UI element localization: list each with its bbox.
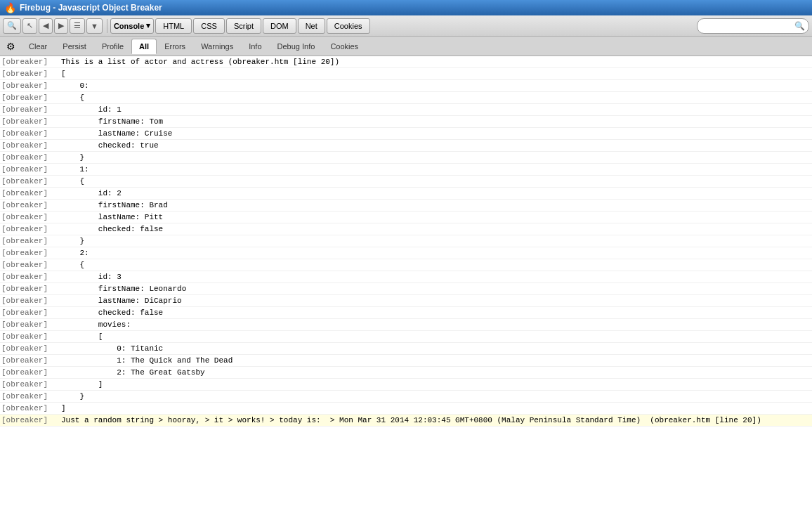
console-value: lastName: DiCaprio	[61, 295, 182, 306]
inspector-icon-btn[interactable]: 🔍	[3, 18, 21, 34]
console-row: [obreaker] id: 2	[0, 188, 812, 200]
tab-net[interactable]: Net	[298, 18, 325, 34]
firebug-flame-icon: 🔥	[4, 2, 16, 13]
console-row: [obreaker] firstName: Brad	[0, 200, 812, 212]
title-bar: 🔥 Firebug - Javascript Object Breaker	[0, 0, 812, 15]
console-tag: [obreaker]	[1, 307, 61, 318]
console-value: id: 2	[61, 188, 122, 199]
console-row: [obreaker] {	[0, 176, 812, 188]
menu-btn[interactable]: ☰	[70, 18, 85, 34]
console-row: [obreaker] 0:	[0, 80, 812, 92]
console-row: [obreaker] id: 1	[0, 104, 812, 116]
console-value: lastName: Pitt	[61, 212, 163, 223]
console-tag: [obreaker]	[1, 68, 61, 79]
console-row: [obreaker] 2: The Great Gatsby	[0, 367, 812, 379]
console-dropdown-icon: ▾	[146, 21, 150, 30]
console-tag: [obreaker]	[1, 152, 61, 163]
console-value: 0: Titanic	[61, 343, 163, 354]
search-wrapper: 🔍	[697, 18, 809, 34]
console-tag: [obreaker]	[1, 367, 61, 378]
tab-css[interactable]: CSS	[193, 18, 225, 34]
console-row: [obreaker] lastName: DiCaprio	[0, 295, 812, 307]
console-value: checked: false	[61, 223, 163, 235]
console-row: [obreaker] 1:	[0, 164, 812, 176]
console-row: [obreaker]]	[0, 403, 812, 415]
dropdown-btn[interactable]: ▼	[86, 18, 103, 34]
console-value: firstName: Leonardo	[61, 283, 186, 294]
dropdown-icon: ▼	[91, 22, 98, 30]
console-row: [obreaker] firstName: Leonardo	[0, 283, 812, 295]
console-row: [obreaker] movies:	[0, 319, 812, 331]
ctab-profile[interactable]: Profile	[94, 39, 131, 54]
ctab-persist[interactable]: Persist	[55, 39, 94, 54]
nav-tabs: HTML CSS Script DOM Net Cookies	[155, 18, 369, 34]
back-btn[interactable]: ◀	[39, 18, 53, 34]
console-tag: [obreaker]	[1, 188, 61, 199]
window-title: Firebug - Javascript Object Breaker	[20, 3, 162, 13]
back-icon: ◀	[43, 21, 48, 30]
ctab-warnings[interactable]: Warnings	[193, 39, 241, 54]
console-tag: [obreaker]	[1, 403, 61, 414]
search-input[interactable]	[697, 18, 809, 34]
console-row: [obreaker] lastName: Pitt	[0, 212, 812, 223]
toolbar-separator-1	[107, 19, 107, 33]
console-value: 2: The Great Gatsby	[61, 367, 205, 378]
console-dropdown-btn[interactable]: Console ▾	[110, 18, 154, 34]
tab-script[interactable]: Script	[226, 18, 261, 34]
console-value: 0:	[61, 80, 89, 91]
console-value: movies:	[61, 319, 131, 330]
console-tag: [obreaker]	[1, 391, 61, 402]
console-row: [obreaker] ]	[0, 379, 812, 391]
console-tag: [obreaker]	[1, 355, 61, 366]
console-row: [obreaker] }	[0, 152, 812, 164]
tab-html[interactable]: HTML	[155, 18, 192, 34]
ctab-cookies[interactable]: Cookies	[322, 39, 366, 54]
console-row: [obreaker] 2:	[0, 247, 812, 259]
ctab-info[interactable]: Info	[241, 39, 269, 54]
console-row: [obreaker]This is a list of actor and ac…	[0, 56, 812, 68]
console-value: checked: false	[61, 307, 163, 318]
console-value: ]	[61, 403, 66, 414]
tab-dom[interactable]: DOM	[263, 18, 296, 34]
cursor-icon-btn[interactable]: ↖	[22, 18, 37, 34]
console-tag: [obreaker]	[1, 164, 61, 175]
console-row: [obreaker] {	[0, 259, 812, 271]
console-row: [obreaker] checked: false	[0, 307, 812, 319]
console-tag: [obreaker]	[1, 80, 61, 91]
ctab-debug[interactable]: Debug Info	[270, 39, 323, 54]
console-row: [obreaker] firstName: Tom	[0, 116, 812, 128]
forward-btn[interactable]: ▶	[54, 18, 68, 34]
console-tag: [obreaker]	[1, 331, 61, 342]
console-value: }	[61, 391, 84, 402]
console-tag: [obreaker]	[1, 235, 61, 247]
tab-cookies[interactable]: Cookies	[327, 18, 370, 34]
console-tool-icon[interactable]: ⚙	[3, 39, 18, 54]
console-value: firstName: Brad	[61, 200, 168, 211]
ctab-errors[interactable]: Errors	[157, 39, 193, 54]
console-tag: [obreaker]	[1, 223, 61, 235]
console-row: [obreaker] {	[0, 92, 812, 104]
ctab-clear[interactable]: Clear	[21, 39, 55, 54]
console-row: [obreaker] [	[0, 331, 812, 343]
console-tag: [obreaker]	[1, 319, 61, 330]
forward-icon: ▶	[58, 21, 64, 30]
console-tag: [obreaker]	[1, 200, 61, 211]
console-tag: [obreaker]	[1, 271, 61, 282]
console-tag: [obreaker]	[1, 104, 61, 115]
console-value: }	[61, 235, 84, 247]
console-value: {	[61, 176, 84, 187]
console-tag: [obreaker]	[1, 116, 61, 127]
console-value: [	[61, 68, 66, 79]
console-value: id: 3	[61, 271, 122, 282]
console-row: [obreaker]Just a random string > hooray,…	[0, 415, 812, 427]
console-tag: [obreaker]	[1, 56, 61, 67]
menu-icon: ☰	[74, 21, 81, 30]
console-tag: [obreaker]	[1, 140, 61, 151]
console-tag: [obreaker]	[1, 128, 61, 139]
console-value: firstName: Tom	[61, 116, 163, 127]
console-value: {	[61, 92, 84, 103]
console-tag: [obreaker]	[1, 343, 61, 354]
console-row: [obreaker] }	[0, 391, 812, 403]
ctab-all[interactable]: All	[131, 39, 157, 54]
console-value: id: 1	[61, 104, 122, 115]
